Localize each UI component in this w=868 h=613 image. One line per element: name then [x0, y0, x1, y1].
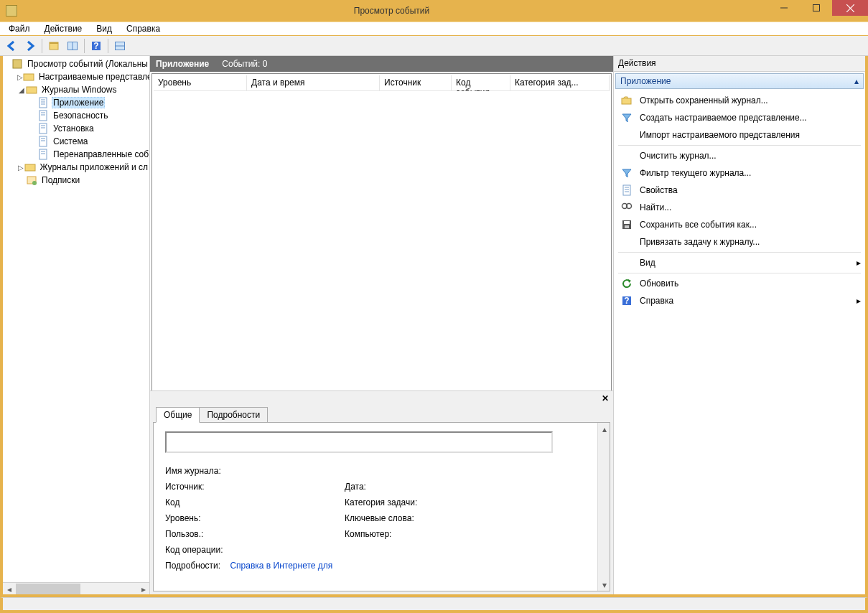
svg-rect-35 — [623, 185, 630, 195]
tree-panel: Просмотр событий (Локальны ▷ Настраиваем… — [3, 56, 150, 594]
field-code: Код — [165, 497, 345, 507]
tree-subscriptions[interactable]: Подписки — [3, 174, 149, 187]
app-icon — [6, 5, 17, 17]
svg-rect-31 — [25, 164, 35, 171]
action-refresh[interactable]: Обновить — [614, 275, 865, 292]
tree-custom-views[interactable]: ▷ Настраиваемые представле — [3, 70, 149, 83]
menu-action[interactable]: Действие — [39, 22, 88, 35]
svg-rect-28 — [39, 149, 47, 159]
svg-rect-4 — [50, 42, 58, 50]
tree-app-service-logs[interactable]: ▷ Журналы приложений и сл — [3, 161, 149, 174]
scroll-right-icon[interactable]: ▸ — [137, 583, 149, 595]
scroll-up-icon[interactable]: ▴ — [598, 423, 610, 435]
submenu-arrow-icon: ▸ — [857, 258, 861, 268]
svg-rect-45 — [622, 296, 631, 305]
tree-windows-logs[interactable]: ◢ Журналы Windows — [3, 83, 149, 96]
center-panel: Приложение Событий: 0 Уровень Дата и вре… — [150, 56, 614, 594]
svg-rect-6 — [68, 42, 78, 50]
tree-application[interactable]: Приложение — [3, 96, 149, 109]
action-import-custom-view[interactable]: Импорт настраиваемого представления — [614, 126, 865, 144]
svg-rect-14 — [27, 87, 37, 93]
find-icon — [621, 202, 633, 213]
tab-general[interactable]: Общие — [156, 407, 200, 423]
detail-vertical-scrollbar[interactable]: ▴ ▾ — [597, 423, 610, 591]
folder-open-icon — [621, 95, 633, 106]
scroll-thumb[interactable] — [16, 584, 80, 594]
center-header: Приложение Событий: 0 — [150, 56, 613, 72]
folder-icon — [26, 84, 37, 95]
log-icon — [37, 97, 49, 108]
action-create-custom-view[interactable]: Создать настраиваемое представление... — [614, 109, 865, 126]
help-button[interactable]: ? — [88, 37, 105, 55]
column-event-id[interactable]: Код события — [452, 75, 510, 90]
close-button[interactable] — [832, 0, 868, 16]
column-category[interactable]: Категория зад... — [510, 75, 610, 90]
detail-tabs: Общие Подробности — [150, 406, 613, 423]
field-more-info: Подробности: Справка в Интернете для — [165, 561, 345, 571]
event-grid-header: Уровень Дата и время Источник Код событи… — [154, 75, 610, 91]
menu-view[interactable]: Вид — [90, 22, 118, 35]
action-find[interactable]: Найти... — [614, 199, 865, 216]
action-attach-task[interactable]: Привязать задачу к журналу... — [614, 233, 865, 251]
field-category: Категория задачи: — [345, 497, 524, 507]
column-datetime[interactable]: Дата и время — [247, 75, 380, 90]
minimize-button[interactable] — [767, 0, 800, 16]
field-level: Уровень: — [165, 513, 345, 523]
view-options-button[interactable] — [111, 37, 129, 55]
column-level[interactable]: Уровень — [154, 75, 247, 90]
actions-pane: Действия Приложение ▴ Открыть сохраненны… — [614, 56, 865, 594]
svg-rect-32 — [27, 177, 36, 184]
action-open-saved-log[interactable]: Открыть сохраненный журнал... — [614, 92, 865, 109]
center-header-title: Приложение — [156, 59, 209, 69]
scroll-down-icon[interactable]: ▾ — [598, 579, 610, 591]
action-clear-log[interactable]: Очистить журнал... — [614, 147, 865, 164]
tree-root[interactable]: Просмотр событий (Локальны — [3, 57, 149, 70]
maximize-button[interactable] — [800, 0, 832, 16]
expand-icon[interactable]: ▷ — [17, 164, 24, 172]
event-grid-body[interactable] — [154, 91, 610, 390]
svg-point-40 — [627, 204, 632, 209]
back-button[interactable] — [3, 37, 20, 55]
detail-close-button[interactable]: ✕ — [602, 393, 609, 403]
action-save-all-events[interactable]: Сохранить все события как... — [614, 216, 865, 233]
svg-rect-25 — [39, 136, 47, 146]
tree-setup[interactable]: Установка — [3, 122, 149, 135]
tree-security[interactable]: Безопасность — [3, 109, 149, 122]
field-source: Источник: — [165, 482, 345, 492]
action-filter-log[interactable]: Фильтр текущего журнала... — [614, 164, 865, 182]
center-header-count: Событий: 0 — [222, 59, 267, 69]
collapse-icon[interactable]: ◢ — [17, 86, 26, 94]
menu-help[interactable]: Справка — [121, 22, 166, 35]
detail-content: Имя журнала: Источник: Дата: Код Категор… — [154, 423, 597, 591]
tree-forwarded[interactable]: Перенаправленные соб — [3, 148, 149, 161]
svg-rect-15 — [39, 98, 47, 108]
toolbar-separator — [108, 39, 108, 53]
forward-button[interactable] — [22, 37, 39, 55]
navigation-tree[interactable]: Просмотр событий (Локальны ▷ Настраиваем… — [3, 56, 149, 582]
action-help[interactable]: ? Справка ▸ — [614, 292, 865, 309]
show-hide-action-button[interactable] — [64, 37, 81, 55]
svg-rect-5 — [50, 42, 58, 44]
tree-system[interactable]: Система — [3, 135, 149, 148]
collapse-icon: ▴ — [854, 76, 859, 86]
menu-file[interactable]: Файл — [3, 22, 36, 35]
field-computer: Компьютер: — [345, 529, 524, 539]
action-properties[interactable]: Свойства — [614, 182, 865, 199]
detail-pane: ✕ Общие Подробности Имя журнала: Источни… — [150, 390, 613, 594]
filter-icon — [621, 112, 633, 123]
column-source[interactable]: Источник — [380, 75, 452, 90]
online-help-link[interactable]: Справка в Интернете для — [230, 561, 332, 571]
menu-bar: Файл Действие Вид Справка — [0, 22, 868, 36]
tree-horizontal-scrollbar[interactable]: ◂ ▸ — [3, 582, 149, 594]
scroll-left-icon[interactable]: ◂ — [3, 583, 15, 595]
svg-line-2 — [846, 4, 854, 12]
detail-description-box[interactable] — [165, 431, 553, 453]
show-hide-tree-button[interactable] — [45, 37, 62, 55]
svg-rect-19 — [39, 111, 47, 121]
expand-icon[interactable]: ▷ — [17, 73, 23, 81]
actions-section-header[interactable]: Приложение ▴ — [615, 73, 864, 89]
action-view[interactable]: Вид ▸ — [614, 254, 865, 271]
tab-details[interactable]: Подробности — [199, 407, 268, 423]
svg-rect-44 — [625, 225, 629, 228]
svg-point-33 — [32, 181, 37, 185]
